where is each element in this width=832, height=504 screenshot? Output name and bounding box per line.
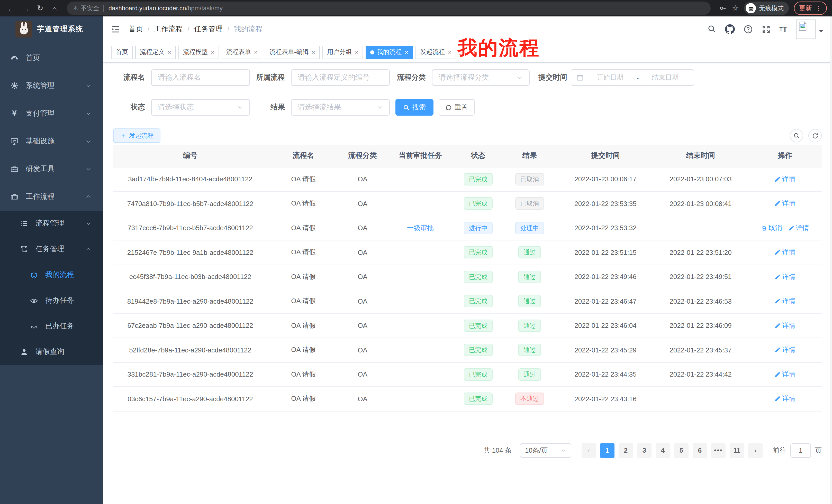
tab-label: 首页: [116, 48, 128, 57]
breadcrumb-item[interactable]: 任务管理: [194, 24, 223, 34]
bookmark-star-icon[interactable]: ☆: [732, 4, 739, 13]
submit-time-range[interactable]: 开始日期 - 结束日期: [571, 69, 694, 86]
sidebar-item-待办任务[interactable]: 待办任务: [0, 288, 103, 313]
chevron-down-icon: [237, 104, 243, 110]
page-button-5[interactable]: 5: [674, 443, 688, 457]
category-select[interactable]: 请选择流程分类: [432, 69, 530, 86]
tab-用户分组[interactable]: 用户分组×: [322, 46, 363, 59]
cell-end-time: 2022-01-22 23:51:20: [653, 240, 748, 264]
close-icon[interactable]: ×: [167, 49, 171, 56]
detail-link[interactable]: 详情: [774, 370, 796, 379]
sidebar-item-已办任务[interactable]: 已办任务: [0, 313, 103, 339]
breadcrumb-item[interactable]: 工作流程: [154, 24, 183, 34]
result-select[interactable]: 请选择流结果: [291, 99, 390, 116]
close-icon[interactable]: ×: [211, 49, 214, 56]
cell-actions: 详情: [748, 313, 822, 338]
breadcrumb-item[interactable]: 首页: [129, 24, 143, 34]
sidebar-item-研发工具[interactable]: 研发工具: [0, 155, 103, 183]
detail-link[interactable]: 详情: [774, 175, 796, 184]
browser-back-icon[interactable]: ←: [5, 2, 18, 15]
process-name-input[interactable]: 请输入流程名: [151, 69, 250, 86]
detail-link[interactable]: 详情: [774, 321, 796, 330]
create-process-button[interactable]: ＋ 发起流程: [113, 129, 160, 143]
collapse-menu-icon[interactable]: [111, 24, 120, 34]
page-button-6[interactable]: 6: [693, 443, 707, 457]
password-key-icon[interactable]: [719, 4, 727, 12]
sidebar-item-基础设施[interactable]: 基础设施: [0, 128, 103, 155]
start-date-input[interactable]: 开始日期: [587, 73, 633, 82]
font-size-icon[interactable]: TT: [779, 25, 787, 33]
tab-流程表单[interactable]: 流程表单×: [222, 46, 262, 59]
detail-link[interactable]: 详情: [774, 345, 796, 355]
tab-首页[interactable]: 首页: [111, 46, 133, 59]
cell-current-task: [386, 313, 455, 338]
sidebar-item-系统管理[interactable]: 系统管理: [0, 72, 103, 100]
browser-menu-icon[interactable]: ⋮: [815, 5, 822, 12]
close-icon[interactable]: ×: [448, 49, 451, 56]
status-select[interactable]: 请选择状态: [151, 99, 250, 116]
pagination: 共 104 条 10条/页 ‹ 123456•••11 › 前往 页: [113, 443, 822, 457]
next-page-button[interactable]: ›: [748, 443, 762, 457]
page-button-1[interactable]: 1: [600, 443, 615, 457]
current-task-link[interactable]: 一级审批: [407, 223, 434, 233]
goto-page-input[interactable]: [790, 443, 811, 457]
search-button[interactable]: 搜索: [395, 99, 434, 116]
cell-submit-time: 2022-01-22 23:43:16: [558, 387, 653, 411]
page-button-4[interactable]: 4: [656, 443, 670, 457]
row-actions: 详情: [774, 272, 796, 282]
app-logo-row[interactable]: 芋道管理系统: [0, 17, 103, 42]
tab-流程模型[interactable]: 流程模型×: [178, 46, 219, 59]
sidebar-item-请假查询[interactable]: 请假查询: [0, 339, 103, 365]
page-button-11[interactable]: 11: [730, 443, 744, 457]
monitor-icon: [10, 137, 19, 145]
sidebar-item-首页[interactable]: 首页: [0, 44, 103, 72]
detail-link[interactable]: 详情: [788, 223, 809, 233]
cell-name: OA 请假: [267, 167, 339, 191]
close-icon[interactable]: ×: [405, 49, 408, 56]
toggle-search-button[interactable]: [790, 129, 803, 142]
user-avatar-wrap[interactable]: [796, 19, 824, 39]
sidebar-item-流程管理[interactable]: 流程管理: [0, 211, 103, 236]
search-icon[interactable]: [707, 25, 716, 33]
more-pages-button[interactable]: •••: [711, 443, 726, 457]
close-icon[interactable]: ×: [355, 49, 358, 56]
reset-button[interactable]: 重置: [439, 99, 475, 116]
tab-流程定义[interactable]: 流程定义×: [135, 46, 176, 59]
detail-link[interactable]: 详情: [774, 272, 796, 282]
sidebar-item-工作流程[interactable]: 工作流程: [0, 183, 103, 211]
end-date-input[interactable]: 结束日期: [642, 73, 688, 82]
fullscreen-icon[interactable]: [761, 24, 771, 34]
github-icon[interactable]: [725, 24, 734, 34]
help-icon[interactable]: [743, 24, 753, 34]
cell-actions: 取消详情: [748, 216, 822, 240]
close-icon[interactable]: ×: [254, 49, 258, 56]
cancel-link[interactable]: 取消: [761, 223, 782, 233]
page-button-2[interactable]: 2: [619, 443, 633, 457]
refresh-button[interactable]: [808, 129, 822, 142]
detail-link[interactable]: 详情: [774, 394, 796, 403]
page-size-select[interactable]: 10条/页: [520, 443, 571, 457]
page-scrollbar[interactable]: [830, 17, 832, 504]
toolbox-icon: [10, 165, 19, 173]
cell-actions: 详情: [748, 362, 822, 387]
prev-page-button[interactable]: ‹: [581, 443, 596, 457]
page-button-3[interactable]: 3: [637, 443, 651, 457]
column-header-提交时间: 提交时间: [558, 145, 653, 167]
sidebar-item-我的流程[interactable]: 我的流程: [0, 262, 103, 288]
browser-update-button[interactable]: 更新 ⋮: [794, 2, 827, 15]
browser-reload-icon[interactable]: ↻: [34, 2, 46, 15]
parent-process-input[interactable]: 请输入流程定义的编号: [291, 69, 390, 86]
sidebar-item-任务管理[interactable]: 任务管理: [0, 236, 103, 262]
browser-home-icon[interactable]: ⌂: [48, 2, 61, 15]
address-bar[interactable]: ⚠ 不安全 dashboard.yudao.iocoder.cn /bpm/ta…: [67, 2, 710, 15]
detail-link[interactable]: 详情: [774, 199, 796, 208]
tab-流程表单-编辑[interactable]: 流程表单-编辑×: [265, 46, 320, 59]
tab-我的流程[interactable]: 我的流程×: [366, 46, 413, 59]
result-badge: 通过: [518, 368, 541, 381]
detail-link[interactable]: 详情: [774, 297, 796, 306]
close-icon[interactable]: ×: [312, 49, 315, 56]
tab-发起流程[interactable]: 发起流程×: [415, 46, 456, 59]
sidebar-item-支付管理[interactable]: ¥支付管理: [0, 100, 103, 128]
detail-link[interactable]: 详情: [774, 248, 796, 257]
browser-forward-icon[interactable]: →: [20, 2, 32, 15]
